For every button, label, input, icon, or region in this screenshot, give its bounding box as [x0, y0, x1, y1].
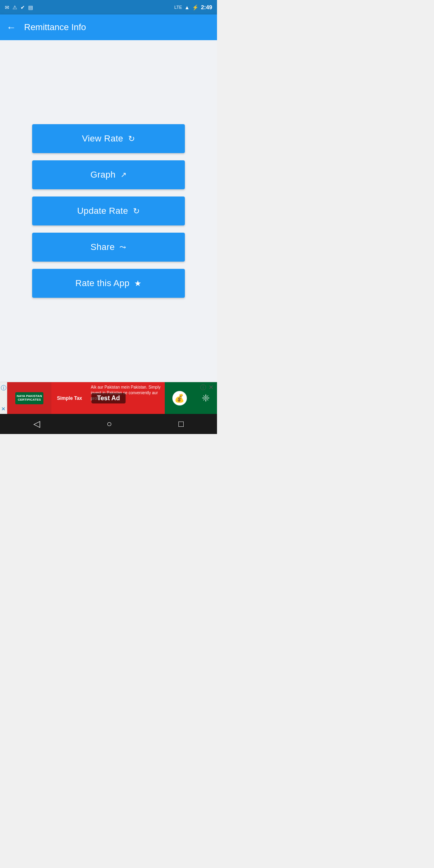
graph-label: Graph: [90, 170, 116, 180]
graph-button[interactable]: Graph ↗: [32, 160, 185, 189]
status-icons-right: LTE ▲ ⚡ 2:49: [174, 4, 212, 10]
ad-info-btn[interactable]: ⓘ: [200, 384, 206, 391]
toolbar: ← Remittance Info: [0, 14, 217, 40]
view-rate-button[interactable]: View Rate ↻: [32, 124, 185, 153]
status-icons-left: ✉ ⚠ ✔ ▤: [5, 5, 33, 10]
mail-icon: ✉: [5, 5, 9, 10]
status-bar: ✉ ⚠ ✔ ▤ LTE ▲ ⚡ 2:49: [0, 0, 217, 14]
view-rate-label: View Rate: [82, 133, 123, 144]
ad-banner: ⓘ ✕ NAYA PAKISTAN CERTIFICATES Simple Ta…: [0, 382, 217, 414]
update-rate-button[interactable]: Update Rate ↻: [32, 197, 185, 225]
share-button[interactable]: Share ⤳: [32, 233, 185, 262]
back-nav-button[interactable]: ◁: [33, 419, 40, 429]
status-time: 2:49: [201, 4, 212, 10]
rate-app-button[interactable]: Rate this App ★: [32, 269, 185, 298]
ad-controls: ⓘ ✕: [200, 384, 214, 391]
main-content: View Rate ↻ Graph ↗ Update Rate ↻ Share …: [0, 40, 217, 382]
ad-pattern-icon: ❈: [202, 393, 210, 404]
share-label: Share: [90, 242, 115, 252]
back-button[interactable]: ←: [6, 22, 16, 33]
ad-simple-tax: Simple Tax: [57, 395, 82, 401]
ad-logo-section: NAYA PAKISTAN CERTIFICATES: [7, 382, 51, 414]
ad-body-text: Aik aur Pakistan mein Pakistan. Simply i…: [88, 382, 165, 414]
warning-icon: ⚠: [12, 5, 17, 10]
ad-graphic-icon: 💰: [172, 391, 187, 405]
trend-icon: ↗: [121, 170, 127, 179]
update-rate-label: Update Rate: [77, 206, 128, 216]
checkmark-icon: ✔: [20, 5, 25, 10]
share-icon: ⤳: [119, 242, 126, 252]
rate-app-label: Rate this App: [75, 278, 129, 289]
home-nav-button[interactable]: ○: [106, 419, 112, 429]
ad-close-icon[interactable]: ✕: [1, 406, 6, 412]
signal-icon: ▲: [184, 5, 190, 10]
refresh-icon-update-rate: ↻: [133, 206, 140, 216]
clipboard-icon: ▤: [28, 5, 33, 10]
lte-icon: LTE: [174, 5, 182, 10]
toolbar-title: Remittance Info: [24, 22, 86, 33]
star-icon: ★: [134, 278, 141, 288]
ad-pak-logo: NAYA PAKISTAN CERTIFICATES: [15, 392, 43, 404]
ad-x-btn[interactable]: ✕: [209, 384, 214, 391]
recent-nav-button[interactable]: □: [178, 419, 184, 429]
refresh-icon-view-rate: ↻: [128, 134, 135, 143]
nav-bar: ◁ ○ □: [0, 414, 217, 434]
ad-info-icon[interactable]: ⓘ: [1, 385, 6, 392]
battery-icon: ⚡: [192, 5, 199, 10]
